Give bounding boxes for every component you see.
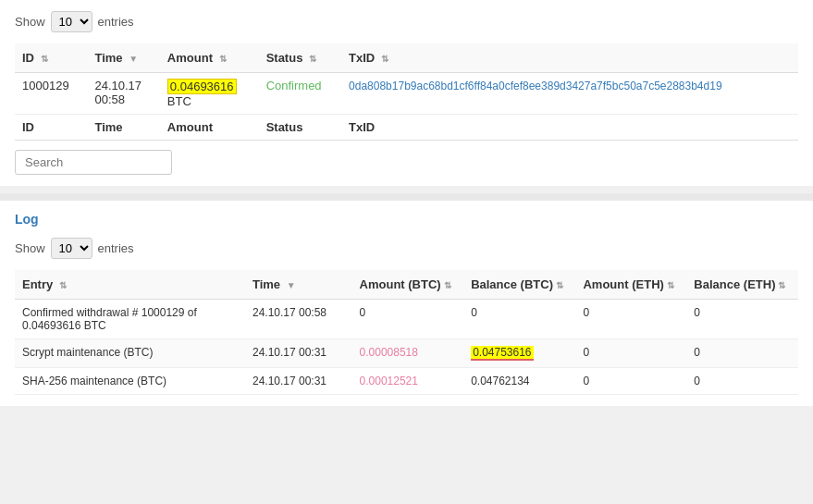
log-col-amount-eth[interactable]: Amount (ETH)⇅ bbox=[575, 270, 686, 300]
entries-label: entries bbox=[98, 15, 134, 29]
search-box bbox=[15, 150, 798, 175]
log-amount-btc: 0.00008518 bbox=[360, 346, 418, 359]
cell-amount: 0.04693616 BTC bbox=[160, 73, 259, 115]
table-row: 1000129 24.10.1700:58 0.04693616 BTC Con… bbox=[15, 73, 798, 115]
log-cell-amount-eth: 0 bbox=[575, 339, 686, 368]
amount-sort-icon: ⇅ bbox=[219, 54, 227, 64]
amountbtc-sort-icon: ⇅ bbox=[444, 280, 451, 290]
log-cell-balance-eth: 0 bbox=[686, 300, 798, 339]
cell-time: 24.10.1700:58 bbox=[87, 73, 159, 115]
log-cell-balance-btc: 0.04762134 bbox=[463, 368, 575, 395]
log-cell-balance-eth: 0 bbox=[686, 368, 798, 395]
log-col-entry[interactable]: Entry ⇅ bbox=[15, 270, 245, 300]
col-time[interactable]: Time ▼ bbox=[87, 43, 159, 73]
log-amount-btc: 0.00012521 bbox=[360, 375, 418, 387]
log-table: Entry ⇅ Time ▼ Amount (BTC)⇅ Balance (BT… bbox=[15, 270, 798, 395]
log-col-balance-btc[interactable]: Balance (BTC)⇅ bbox=[463, 270, 575, 300]
log-cell-amount-btc: 0.00012521 bbox=[352, 368, 464, 395]
log-cell-balance-btc: 0.04753616 bbox=[463, 339, 575, 368]
log-cell-time: 24.10.17 00:58 bbox=[245, 300, 352, 339]
cell-id: 1000129 bbox=[15, 73, 87, 115]
top-table-footer-row: ID Time Amount Status TxID bbox=[15, 115, 798, 141]
log-entries-label: entries bbox=[98, 241, 134, 255]
amount-unit: BTC bbox=[167, 94, 191, 108]
log-cell-amount-btc: 0.00008518 bbox=[352, 339, 464, 368]
section-separator bbox=[0, 193, 813, 201]
txid-value[interactable]: 0da808b17b9ac68bd1cf6ff84a0cfef8ee389d34… bbox=[349, 80, 722, 92]
top-entries-select[interactable]: 10 25 50 bbox=[51, 11, 92, 32]
top-table: ID ⇅ Time ▼ Amount ⇅ Status ⇅ TxID ⇅ 100… bbox=[15, 43, 798, 141]
balanceeth-sort-icon: ⇅ bbox=[778, 280, 785, 290]
col-id[interactable]: ID ⇅ bbox=[15, 43, 87, 73]
top-show-entries: Show 10 25 50 entries bbox=[15, 11, 798, 32]
log-time-sort-icon: ▼ bbox=[287, 280, 296, 290]
log-section: Log Show 10 25 50 entries Entry ⇅ Time ▼… bbox=[0, 201, 813, 406]
log-cell-entry: SHA-256 maintenance (BTC) bbox=[15, 368, 245, 395]
log-cell-entry: Scrypt maintenance (BTC) bbox=[15, 339, 245, 368]
status-sort-icon: ⇅ bbox=[309, 54, 316, 64]
log-entries-select[interactable]: 10 25 50 bbox=[51, 238, 92, 259]
col-amount[interactable]: Amount ⇅ bbox=[160, 43, 259, 73]
log-cell-amount-btc: 0 bbox=[352, 300, 464, 339]
log-balance-btc: 0.04753616 bbox=[471, 346, 533, 361]
status-value: Confirmed bbox=[266, 79, 322, 92]
col-status[interactable]: Status ⇅ bbox=[259, 43, 341, 73]
log-table-header-row: Entry ⇅ Time ▼ Amount (BTC)⇅ Balance (BT… bbox=[15, 270, 798, 300]
log-cell-amount-eth: 0 bbox=[575, 368, 686, 395]
log-balance-btc: 0.04762134 bbox=[471, 375, 529, 387]
log-show-entries: Show 10 25 50 entries bbox=[15, 238, 798, 259]
footer-col-txid: TxID bbox=[341, 115, 798, 141]
search-input[interactable] bbox=[15, 150, 172, 175]
log-col-amount-btc[interactable]: Amount (BTC)⇅ bbox=[352, 270, 464, 300]
log-table-row: SHA-256 maintenance (BTC) 24.10.17 00:31… bbox=[15, 368, 798, 395]
log-title: Log bbox=[15, 212, 798, 227]
time-sort-icon: ▼ bbox=[129, 54, 138, 64]
log-cell-entry: Confirmed withdrawal # 1000129 of 0.0469… bbox=[15, 300, 245, 339]
log-amount-btc: 0 bbox=[360, 306, 366, 319]
footer-col-id: ID bbox=[15, 115, 87, 141]
log-cell-amount-eth: 0 bbox=[575, 300, 686, 339]
log-table-row: Confirmed withdrawal # 1000129 of 0.0469… bbox=[15, 300, 798, 339]
log-table-row: Scrypt maintenance (BTC) 24.10.17 00:31 … bbox=[15, 339, 798, 368]
log-cell-balance-btc: 0 bbox=[463, 300, 575, 339]
footer-col-status: Status bbox=[259, 115, 341, 141]
log-balance-btc: 0 bbox=[471, 306, 477, 319]
col-txid[interactable]: TxID ⇅ bbox=[341, 43, 798, 73]
entry-sort-icon: ⇅ bbox=[59, 280, 67, 290]
amounteth-sort-icon: ⇅ bbox=[667, 280, 674, 290]
log-show-label: Show bbox=[15, 241, 45, 255]
log-cell-balance-eth: 0 bbox=[686, 339, 798, 368]
top-table-section: Show 10 25 50 entries ID ⇅ Time ▼ Amount… bbox=[0, 0, 813, 186]
amount-value: 0.04693616 bbox=[167, 79, 237, 94]
log-cell-time: 24.10.17 00:31 bbox=[245, 339, 352, 368]
cell-txid: 0da808b17b9ac68bd1cf6ff84a0cfef8ee389d34… bbox=[341, 73, 798, 115]
log-cell-time: 24.10.17 00:31 bbox=[245, 368, 352, 395]
show-label: Show bbox=[15, 15, 45, 29]
top-table-header-row: ID ⇅ Time ▼ Amount ⇅ Status ⇅ TxID ⇅ bbox=[15, 43, 798, 73]
footer-col-amount: Amount bbox=[160, 115, 259, 141]
txid-sort-icon: ⇅ bbox=[381, 54, 388, 64]
log-col-time[interactable]: Time ▼ bbox=[245, 270, 352, 300]
id-sort-icon: ⇅ bbox=[41, 54, 48, 64]
footer-col-time: Time bbox=[87, 115, 159, 141]
balancebtc-sort-icon: ⇅ bbox=[556, 280, 563, 290]
cell-status: Confirmed bbox=[259, 73, 341, 115]
log-col-balance-eth[interactable]: Balance (ETH)⇅ bbox=[686, 270, 798, 300]
